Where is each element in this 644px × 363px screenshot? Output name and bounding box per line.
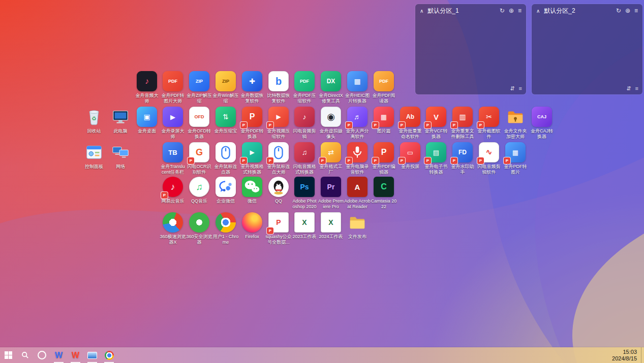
- desktop-icon-比特数据恢复软件[interactable]: b比特数据恢复软件: [265, 71, 292, 104]
- menu-icon[interactable]: ≡: [518, 7, 522, 14]
- app-icon-glyph: PDF: [168, 79, 177, 84]
- jinzhou-p-badge: P: [319, 157, 326, 164]
- desktop-icon-金舟批量重命名软件[interactable]: AbP金舟批量重命名软件: [397, 107, 423, 139]
- desktop-icon-微信[interactable]: 微信: [239, 177, 265, 204]
- desktop-icon-Adobe Premiere Pro[interactable]: PrAdobe Premiere Pro: [318, 177, 344, 209]
- desktop-icon-闪电音频剪辑[interactable]: ♪闪电音频剪辑: [291, 107, 318, 139]
- desktop-icon-金舟重复文件删除工具[interactable]: ▥P金舟重复文件删除工具: [449, 107, 476, 139]
- desktop-icon-squashy公众号全数据...[interactable]: PPsquashy公众号全数据...: [265, 212, 292, 245]
- desktop-icon-金舟DirectX修复工具[interactable]: DX金舟DirectX修复工具: [318, 71, 344, 104]
- taskbar-app-wps-writer[interactable]: W: [50, 347, 67, 363]
- desktop-icon-金舟Translucent任务栏[interactable]: TB金舟Translucent任务栏: [160, 142, 186, 175]
- desktop-icon-金舟PDF转图片大师[interactable]: PDF金舟PDF转图片大师: [160, 71, 186, 104]
- desktop-icon-金舟PDF转换器[interactable]: PP金舟PDF转换器: [239, 107, 265, 139]
- desktop-icon-金舟截图软件[interactable]: ✂P金舟截图软件: [476, 107, 502, 139]
- desktop-icon-金舟视频压缩软件[interactable]: ▶P金舟视频压缩软件: [265, 107, 292, 139]
- desktop-icon-Adobe Acrobat Reader[interactable]: AAdobe Acrobat Reader: [344, 177, 371, 209]
- start-button[interactable]: [0, 347, 17, 363]
- desktop-icon-label: 金舟人声分离软件: [344, 128, 371, 139]
- panel-body[interactable]: [415, 17, 526, 83]
- desktop-icon-此电脑[interactable]: 此电脑: [107, 107, 134, 134]
- desktop-icon-金舟桌面[interactable]: ▣金舟桌面: [134, 107, 160, 134]
- desktop-icon-金舟水印助手[interactable]: FDP金舟水印助手: [449, 142, 476, 175]
- app-icon-tile: PDF: [294, 71, 315, 91]
- refresh-icon[interactable]: ↻: [616, 7, 621, 14]
- desktop-icon-金舟格式工厂[interactable]: ⇄P金舟格式工厂: [318, 142, 344, 175]
- desktop-icon-金舟OFD转换器[interactable]: OFD金舟OFD转换器: [186, 107, 212, 139]
- panel-title: 默认分区_1: [427, 7, 500, 15]
- desktop-icon-QQ[interactable]: QQ: [265, 177, 292, 204]
- desktop-icon-网易云音乐[interactable]: ♪P网易云音乐: [160, 177, 186, 204]
- taskbar-app-photos[interactable]: [84, 347, 101, 363]
- desktop-icon-金舟数据恢复软件[interactable]: ✚金舟数据恢复软件: [239, 71, 265, 104]
- desktop-icon-label: 金舟电脑录音软件: [344, 164, 371, 175]
- app-icon-glyph: X: [302, 219, 306, 226]
- desktop-icon-图片篇[interactable]: ▦P图片篇: [371, 107, 397, 134]
- add-icon[interactable]: ⊕: [625, 7, 630, 14]
- desktop-icon-金舟虚拟摄像头[interactable]: ◉金舟虚拟摄像头: [318, 107, 344, 139]
- desktop-icon-金舟PDF压缩软件[interactable]: PDF金舟PDF压缩软件: [291, 71, 318, 104]
- desktop-icon-企业微信[interactable]: 企业微信: [212, 177, 239, 204]
- desktop-icon-label: 2024工作表: [318, 234, 344, 240]
- desktop-icon-QQ音乐[interactable]: ♫QQ音乐: [186, 177, 212, 204]
- refresh-icon[interactable]: ↻: [500, 7, 505, 14]
- app-icon-tile: Pr: [321, 177, 341, 197]
- desktop-icon-金舟ZIP解压缩[interactable]: ZIP金舟ZIP解压缩: [186, 71, 212, 104]
- desktop-icon-金舟PDF阅读器[interactable]: PDF金舟PDF阅读器: [371, 71, 397, 104]
- desktop-icon-闪电OCR识别软件[interactable]: GP闪电OCR识别软件: [186, 142, 212, 175]
- desktop-icon-金舟Win解压缩[interactable]: ZIP金舟Win解压缩: [212, 71, 239, 104]
- desktop-icon-label: 金舟Translucent任务栏: [160, 164, 186, 175]
- taskbar-app-wps-office[interactable]: W: [67, 347, 84, 363]
- desktop-icon-360极速浏览器X[interactable]: 360极速浏览器X: [160, 212, 186, 245]
- desktop-icon-金舟鼠标连点器[interactable]: 金舟鼠标连点器: [212, 142, 239, 175]
- app-icon-tile: TB: [163, 142, 183, 162]
- desktop-icon-金舟人声分离软件[interactable]: ♬P金舟人声分离软件: [344, 107, 371, 139]
- desktop-icon-金舟压缩宝[interactable]: ⇅金舟压缩宝: [212, 107, 239, 134]
- desktop-icon-金舟投屏[interactable]: ▭P金舟投屏: [397, 142, 423, 170]
- desktop-icon-用户1 - Chrome[interactable]: 用户1 - Chrome: [212, 212, 239, 245]
- desktop-icon-2024工作表[interactable]: X2024工作表: [318, 212, 344, 240]
- collapse-chevron-icon[interactable]: ∧: [536, 8, 540, 14]
- desktop-icon-金舟VCF转换器[interactable]: VP金舟VCF转换器: [423, 107, 449, 139]
- cortana-button[interactable]: [34, 347, 50, 363]
- desktop-icon-金舟PDF转图片[interactable]: ▦P金舟PDF转图片: [502, 142, 529, 175]
- view-mode-icon[interactable]: ≡: [635, 85, 638, 92]
- sort-order-icon[interactable]: ⇵: [626, 85, 631, 92]
- desktop-icon-闪电音频格式转换器[interactable]: ♫闪电音频格式转换器: [291, 142, 318, 175]
- desktop-icon-金舟CAJ转换器[interactable]: CAJ金舟CAJ转换器: [529, 107, 555, 139]
- desktop-icon-金舟HEIC图片转换器[interactable]: ▦金舟HEIC图片转换器: [344, 71, 371, 104]
- panel-header[interactable]: ∧ 默认分区_2 ↻ ⊕ ≡: [532, 4, 642, 17]
- app-icon-tile: FDP: [452, 142, 473, 162]
- desktop-icon-金舟音频大师[interactable]: ♪金舟音频大师: [134, 71, 160, 104]
- add-icon[interactable]: ⊕: [509, 7, 514, 14]
- app-icon-tile: PP: [268, 212, 289, 233]
- collapse-chevron-icon[interactable]: ∧: [420, 8, 423, 14]
- desktop-icon-回收站[interactable]: ♻回收站: [81, 107, 107, 134]
- desktop-icon-网络[interactable]: 网络: [107, 142, 134, 170]
- desktop-icon-金舟电子书转换器[interactable]: ▤P金舟电子书转换器: [423, 142, 449, 175]
- search-button[interactable]: [17, 347, 34, 363]
- panel-header[interactable]: ∧ 默认分区_1 ↻ ⊕ ≡: [415, 4, 526, 17]
- desktop-icon-金舟PDF编辑器[interactable]: PP金舟PDF编辑器: [371, 142, 397, 175]
- view-mode-icon[interactable]: ≡: [519, 85, 522, 92]
- desktop-icon-2023工作表[interactable]: X2023工作表: [291, 212, 318, 240]
- panel-body[interactable]: [532, 17, 642, 83]
- sort-order-icon[interactable]: ⇵: [510, 85, 514, 92]
- desktop-icon-Firefox[interactable]: Firefox: [239, 212, 265, 240]
- desktop-icon-Camtasia 2022[interactable]: CCamtasia 2022: [371, 177, 397, 209]
- taskbar-clock[interactable]: 15:03 2024/8/15: [612, 349, 641, 362]
- desktop-icon-金舟视频格式转换器[interactable]: ▶P金舟视频格式转换器: [239, 142, 265, 175]
- app-icon-tile: PP: [374, 142, 394, 162]
- desktop-icon-控制面板[interactable]: 控制面板: [81, 142, 107, 170]
- desktop-icon-金舟电脑录音软件[interactable]: P金舟电脑录音软件: [344, 142, 371, 175]
- desktop-icon-Adobe Photoshop 2020[interactable]: PsAdobe Photoshop 2020: [291, 177, 318, 209]
- desktop-icon-金舟鼠标连点大师[interactable]: P金舟鼠标连点大师: [265, 142, 292, 175]
- show-desktop-button[interactable]: [641, 347, 644, 363]
- menu-icon[interactable]: ≡: [634, 7, 638, 14]
- desktop-icon-金舟录屏大师[interactable]: ▶金舟录屏大师: [160, 107, 186, 139]
- desktop-icon-金舟文件夹加密大师[interactable]: 金舟文件夹加密大师: [502, 107, 529, 139]
- desktop-icon-360安全浏览器[interactable]: 360安全浏览器: [186, 212, 212, 245]
- taskbar-app-chrome[interactable]: [101, 347, 117, 363]
- desktop-icon-文件发布[interactable]: 文件发布: [344, 212, 371, 240]
- desktop-icon-闪电音频剪辑软件[interactable]: ∿P闪电音频剪辑软件: [476, 142, 502, 175]
